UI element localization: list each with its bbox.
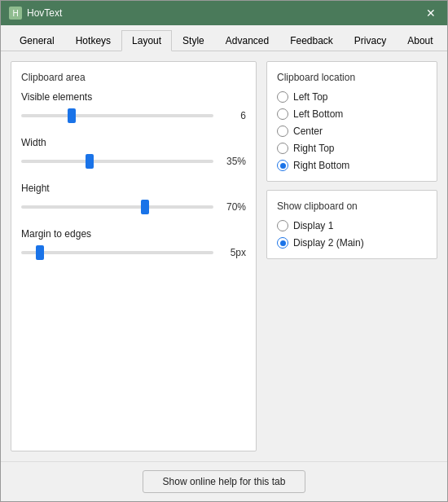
- margin-value: 5px: [220, 247, 246, 258]
- height-slider[interactable]: [21, 199, 213, 215]
- clipboard-area-title: Clipboard area: [21, 72, 246, 83]
- radio-right-bottom-label: Right Bottom: [293, 160, 349, 171]
- margin-group: Margin to edges 5px: [21, 228, 246, 261]
- radio-display1[interactable]: Display 1: [277, 220, 427, 231]
- close-button[interactable]: ✕: [423, 5, 439, 21]
- tab-about[interactable]: About: [397, 30, 443, 51]
- width-value: 35%: [220, 156, 246, 167]
- radio-right-top-label: Right Top: [293, 143, 334, 154]
- radio-left-bottom-btn: [277, 108, 288, 120]
- right-panels: Clipboard location Left Top Left Bottom: [266, 61, 437, 451]
- height-value: 70%: [220, 201, 246, 213]
- radio-right-top[interactable]: Right Top: [277, 143, 427, 154]
- radio-display2-label: Display 2 (Main): [293, 237, 364, 249]
- tab-privacy[interactable]: Privacy: [344, 30, 397, 51]
- radio-right-top-btn: [277, 143, 288, 154]
- radio-center-btn: [277, 126, 288, 137]
- radio-right-bottom[interactable]: Right Bottom: [277, 160, 427, 171]
- visible-elements-group: Visible elements 6: [21, 91, 246, 124]
- width-group: Width 35%: [21, 137, 246, 170]
- radio-left-top-btn: [277, 91, 288, 103]
- margin-row: 5px: [21, 244, 246, 261]
- margin-slider[interactable]: [21, 244, 213, 261]
- show-clipboard-panel: Show clipboard on Display 1 Display 2 (M…: [266, 190, 437, 259]
- title-bar-left: H HovText: [9, 7, 62, 20]
- panels: Clipboard area Visible elements 6 Width: [11, 61, 437, 451]
- visible-elements-row: 6: [21, 108, 246, 124]
- show-clipboard-options: Display 1 Display 2 (Main): [277, 220, 427, 249]
- main-window: H HovText ✕ General Hotkeys Layout Style…: [0, 0, 448, 502]
- help-button[interactable]: Show online help for this tab: [143, 470, 306, 493]
- width-row: 35%: [21, 153, 246, 170]
- radio-display1-btn: [277, 220, 288, 231]
- height-label: Height: [21, 183, 246, 194]
- width-slider[interactable]: [21, 153, 213, 170]
- show-clipboard-title: Show clipboard on: [277, 200, 427, 212]
- visible-elements-label: Visible elements: [21, 91, 246, 103]
- visible-elements-slider-container: [21, 108, 213, 124]
- title-bar: H HovText ✕: [1, 1, 447, 25]
- tab-content: Clipboard area Visible elements 6 Width: [1, 51, 447, 461]
- tab-layout[interactable]: Layout: [121, 30, 172, 51]
- tab-feedback[interactable]: Feedback: [279, 30, 344, 51]
- margin-slider-container: [21, 244, 213, 261]
- bottom-bar: Show online help for this tab: [1, 461, 447, 501]
- app-icon-text: H: [12, 9, 18, 18]
- height-row: 70%: [21, 199, 246, 215]
- radio-display2-btn: [277, 237, 288, 249]
- app-icon: H: [9, 7, 22, 20]
- margin-label: Margin to edges: [21, 228, 246, 240]
- width-label: Width: [21, 137, 246, 148]
- height-slider-container: [21, 199, 213, 215]
- window-title: HovText: [27, 7, 62, 19]
- clipboard-location-options: Left Top Left Bottom Center Right T: [277, 91, 427, 171]
- radio-right-bottom-dot: [280, 163, 286, 169]
- radio-display2[interactable]: Display 2 (Main): [277, 237, 427, 249]
- radio-center[interactable]: Center: [277, 126, 427, 137]
- radio-display2-dot: [280, 240, 286, 246]
- radio-right-bottom-btn: [277, 160, 288, 171]
- radio-center-label: Center: [293, 126, 323, 137]
- tab-advanced[interactable]: Advanced: [215, 30, 279, 51]
- width-slider-container: [21, 153, 213, 170]
- visible-elements-slider[interactable]: [21, 108, 213, 124]
- tab-general[interactable]: General: [9, 30, 65, 51]
- tab-style[interactable]: Style: [172, 30, 215, 51]
- clipboard-area-panel: Clipboard area Visible elements 6 Width: [11, 61, 257, 451]
- tab-bar: General Hotkeys Layout Style Advanced Fe…: [1, 25, 447, 51]
- tab-hotkeys[interactable]: Hotkeys: [65, 30, 121, 51]
- height-group: Height 70%: [21, 183, 246, 215]
- radio-left-top[interactable]: Left Top: [277, 91, 427, 103]
- visible-elements-value: 6: [220, 110, 246, 121]
- radio-left-top-label: Left Top: [293, 91, 327, 103]
- clipboard-location-panel: Clipboard location Left Top Left Bottom: [266, 61, 437, 182]
- radio-display1-label: Display 1: [293, 220, 333, 231]
- radio-left-bottom[interactable]: Left Bottom: [277, 108, 427, 120]
- clipboard-location-title: Clipboard location: [277, 72, 427, 83]
- radio-left-bottom-label: Left Bottom: [293, 108, 343, 120]
